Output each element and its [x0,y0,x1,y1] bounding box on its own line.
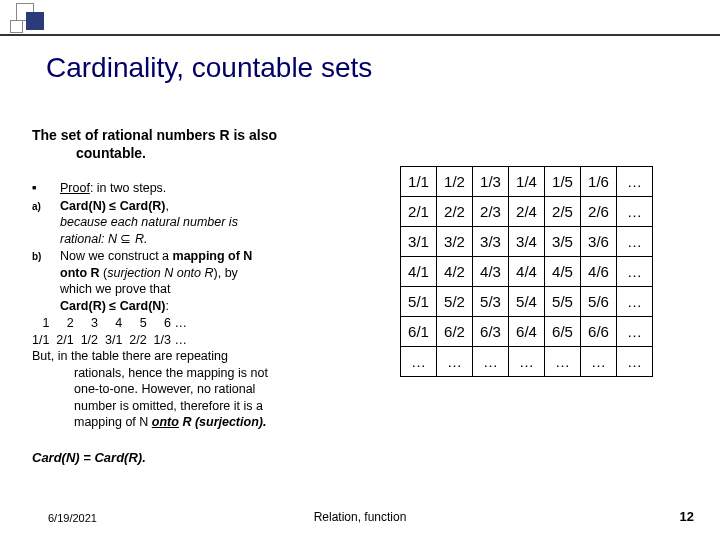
t: mapping of N [173,249,253,263]
table-cell: 5/5 [545,287,581,317]
t: surjection N onto R [107,266,213,280]
table-row: 3/13/23/33/43/53/6… [401,227,653,257]
table-cell: 4/1 [401,257,437,287]
t: which we prove that [60,282,170,296]
table-cell: 1/3 [473,167,509,197]
table-row: 6/16/26/36/46/56/6… [401,317,653,347]
subtitle-line1: The set of rational numbers R is also [32,127,277,143]
table-cell: 6/5 [545,317,581,347]
table-cell: 5/2 [437,287,473,317]
but-paragraph: But, in the table there are repeating ra… [32,348,382,431]
t: number is omitted, therefore it is a [74,399,263,413]
table-cell: 3/4 [509,227,545,257]
fraction-table: 1/11/21/31/41/51/6…2/12/22/32/42/52/6…3/… [400,166,653,377]
table-row: 2/12/22/32/42/52/6… [401,197,653,227]
table-cell: 2/2 [437,197,473,227]
table-row: 1/11/21/31/41/51/6… [401,167,653,197]
but-l5: mapping of N onto R (surjection). [74,415,266,429]
step-a-text: Card(N) ≤ Card(R), because each natural … [60,198,382,248]
table-cell: 2/6 [581,197,617,227]
footer-center: Relation, function [314,510,407,524]
table-cell: 1/2 [437,167,473,197]
t: : [166,299,169,313]
conclusion: Card(N) = Card(R). [32,450,146,465]
table-cell: 1/6 [581,167,617,197]
table-cell: 3/5 [545,227,581,257]
footer-page: 12 [680,509,694,524]
table-cell: 3/6 [581,227,617,257]
t: But, in the table there are repeating [32,349,228,363]
table-cell: 1/5 [545,167,581,197]
table-cell: 1/4 [509,167,545,197]
table-cell: 5/4 [509,287,545,317]
bullet-icon [32,180,60,197]
table-cell: … [581,347,617,377]
slide-subtitle: The set of rational numbers R is also co… [32,126,277,162]
table-row: 4/14/24/34/44/54/6… [401,257,653,287]
t: Card(N) [60,199,109,213]
t: Card(R) [60,299,109,313]
t: rational: N [60,232,120,246]
table-cell: 2/5 [545,197,581,227]
table-cell: … [473,347,509,377]
table-cell: 6/2 [437,317,473,347]
table-cell: … [617,227,653,257]
step-a-marker: a) [32,198,60,248]
table-cell: 3/3 [473,227,509,257]
t: , [166,199,169,213]
t: ), by [214,266,238,280]
table-cell: … [509,347,545,377]
t: onto R [60,266,100,280]
table-cell: 5/6 [581,287,617,317]
subset-symbol: ⊆ [120,232,131,246]
t: because each natural number is [60,215,238,229]
table-cell: 5/1 [401,287,437,317]
t: mapping of N [74,415,152,429]
t: Now we construct a [60,249,173,263]
sequence-values: 1/1 2/1 1/2 3/1 2/2 1/3 … [32,332,382,349]
table-cell: … [617,257,653,287]
table-row: ………………… [401,347,653,377]
table-cell: 4/5 [545,257,581,287]
table-cell: 4/4 [509,257,545,287]
table-cell: … [617,347,653,377]
table-cell: 6/6 [581,317,617,347]
t: R. [131,232,147,246]
step-b-text: Now we construct a mapping of N onto R (… [60,248,382,314]
t: Card(N) [116,299,165,313]
table-cell: … [617,167,653,197]
body-text: Proof: in two steps. a) Card(N) ≤ Card(R… [32,180,382,431]
slide-title: Cardinality, countable sets [46,52,372,84]
table-cell: 1/1 [401,167,437,197]
sequence-indices: 1 2 3 4 5 6 … [32,315,382,332]
t: one-to-one. However, no rational [74,382,255,396]
table-cell: 5/3 [473,287,509,317]
deco-square [10,20,23,33]
t: rationals, hence the mapping is not [74,366,268,380]
table-cell: 3/2 [437,227,473,257]
deco-square-blue [26,12,44,30]
table-cell: 2/1 [401,197,437,227]
table-cell: … [617,287,653,317]
t: Card(R) [116,199,165,213]
table-cell: … [401,347,437,377]
table-cell: 4/3 [473,257,509,287]
t: onto [152,415,179,429]
subtitle-line2: countable. [76,145,146,161]
header-bar [0,0,720,36]
proof-tail: : in two steps. [90,181,166,195]
table-cell: … [437,347,473,377]
table-cell: 6/4 [509,317,545,347]
table-cell: 2/3 [473,197,509,227]
table-cell: … [617,197,653,227]
t: R (surjection). [179,415,267,429]
table-cell: 4/2 [437,257,473,287]
table-cell: … [545,347,581,377]
table-row: 5/15/25/35/45/55/6… [401,287,653,317]
table-cell: 2/4 [509,197,545,227]
table-cell: 6/1 [401,317,437,347]
proof-label: Proof [60,181,90,195]
table-cell: … [617,317,653,347]
table-cell: 3/1 [401,227,437,257]
proof-line: Proof: in two steps. [60,180,382,197]
